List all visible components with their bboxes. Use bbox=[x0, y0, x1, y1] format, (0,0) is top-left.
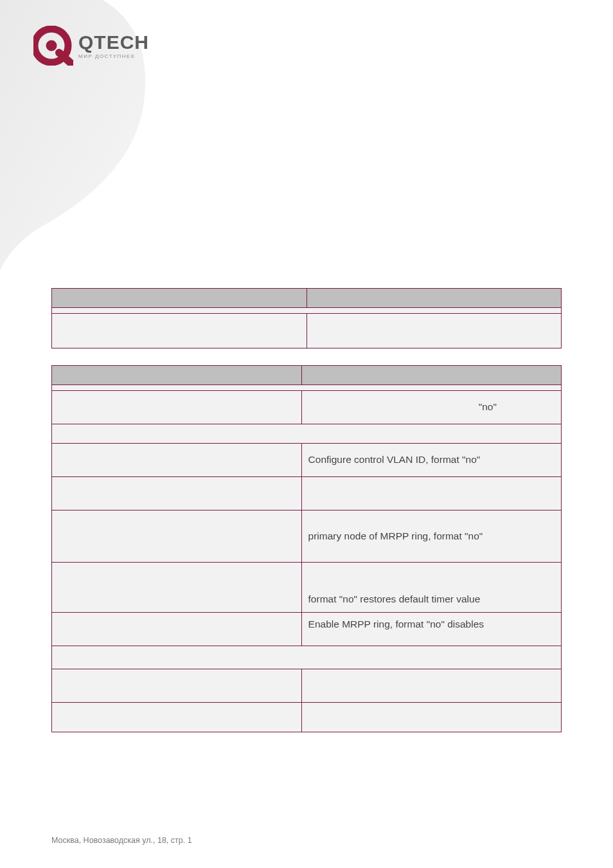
table1-row-desc bbox=[306, 314, 562, 348]
svg-point-1 bbox=[46, 41, 57, 51]
table2-rowb1-cmd bbox=[52, 477, 302, 511]
page-footer-address: Москва, Новозаводская ул., 18, стр. 1 bbox=[51, 836, 192, 845]
table2-rowb1-desc bbox=[301, 477, 561, 511]
config-table-1 bbox=[51, 288, 562, 348]
table2-rowb3-desc-text: format "no" restores default timer value bbox=[308, 593, 481, 604]
table2-rowb4-desc-text: Enable MRPP ring, format "no" disables bbox=[308, 619, 484, 629]
brand-name: QTECH bbox=[78, 33, 149, 52]
table2-rowb2-desc: primary node of MRPP ring, format "no" bbox=[301, 511, 561, 563]
table1-span-row bbox=[52, 308, 562, 314]
table2-rowb2-cmd bbox=[52, 511, 302, 563]
background-swoosh bbox=[0, 0, 167, 270]
page-content: . "no" . Configure control VLAN ID, form… bbox=[51, 288, 562, 749]
svg-point-0 bbox=[35, 29, 68, 62]
table1-header-col1 bbox=[52, 289, 307, 308]
table2-rowa-desc: . "no" . bbox=[301, 391, 561, 424]
table2-span-b bbox=[52, 424, 562, 444]
table2-rowb0-cmd bbox=[52, 444, 302, 477]
brand-tagline: МИР ДОСТУПНЕЕ bbox=[78, 54, 149, 59]
table2-rowb4-cmd bbox=[52, 613, 302, 646]
table2-header-col1 bbox=[52, 366, 302, 385]
brand-logo: QTECH МИР ДОСТУПНЕЕ bbox=[33, 26, 149, 66]
table2-rowb3-cmd bbox=[52, 563, 302, 613]
table2-rowb3-desc: format "no" restores default timer value bbox=[301, 563, 561, 613]
table2-rowc1-desc bbox=[301, 703, 561, 732]
table2-span-c bbox=[52, 646, 562, 669]
table2-span-a bbox=[52, 385, 562, 391]
table2-rowa-cmd bbox=[52, 391, 302, 424]
table2-rowb2-desc-text: primary node of MRPP ring, format "no" bbox=[308, 530, 483, 541]
table2-rowc0-cmd bbox=[52, 669, 302, 703]
brand-logomark bbox=[33, 26, 73, 66]
config-table-2: . "no" . Configure control VLAN ID, form… bbox=[51, 365, 562, 732]
table2-rowb0-desc-text: Configure control VLAN ID, format "no" bbox=[308, 454, 481, 465]
table2-rowb0-desc: Configure control VLAN ID, format "no" bbox=[301, 444, 561, 477]
table2-rowc1-cmd bbox=[52, 703, 302, 732]
table2-rowc0-desc bbox=[301, 669, 561, 703]
table2-rowa-desc-text: "no" bbox=[479, 401, 497, 412]
table2-rowb4-desc: Enable MRPP ring, format "no" disables bbox=[301, 613, 561, 646]
table1-header-col2 bbox=[306, 289, 562, 308]
table1-row-cmd bbox=[52, 314, 307, 348]
table2-header-col2 bbox=[301, 366, 561, 385]
